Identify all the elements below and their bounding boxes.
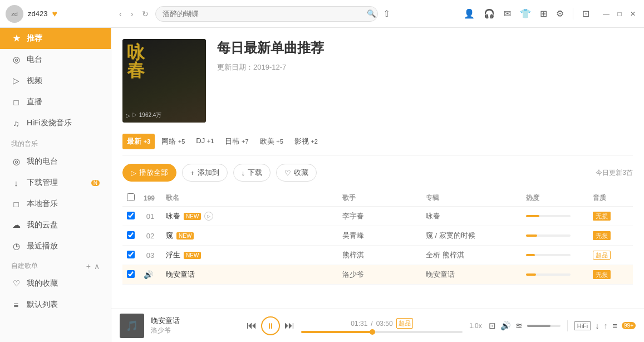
row-checkbox[interactable] bbox=[127, 270, 135, 278]
sidebar-item-label: 我的电台 bbox=[27, 157, 58, 167]
sidebar-item-recent[interactable]: ◷ 最近播放 bbox=[0, 236, 111, 257]
row-checkbox[interactable] bbox=[127, 231, 135, 239]
prev-button[interactable]: ⏮ bbox=[247, 320, 257, 331]
local-icon: □ bbox=[11, 199, 21, 209]
sidebar-item-download[interactable]: ↓ 下载管理 N bbox=[0, 172, 111, 193]
sidebar-item-live[interactable]: □ 直播 bbox=[0, 91, 111, 113]
volume-bar[interactable] bbox=[527, 325, 561, 327]
tab-network[interactable]: 网络 +5 bbox=[157, 134, 189, 149]
song-number: 🔊 bbox=[139, 265, 161, 285]
like-btn[interactable]: ↓ bbox=[595, 321, 599, 330]
tab-jpkr[interactable]: 日韩 +7 bbox=[220, 134, 253, 149]
progress-fill bbox=[301, 331, 372, 333]
song-quality: 无损 bbox=[588, 226, 633, 246]
row-checkbox[interactable] bbox=[127, 212, 135, 219]
add-playlist-button[interactable]: + bbox=[86, 262, 91, 271]
player-thumbnail: 🎵 bbox=[120, 314, 144, 338]
download-badge: N bbox=[91, 180, 100, 186]
song-album: 晚安童话 bbox=[421, 265, 522, 285]
nav-refresh-button[interactable]: ↻ bbox=[140, 7, 151, 21]
pause-button[interactable]: ⏸ bbox=[261, 316, 280, 335]
song-hot bbox=[522, 226, 588, 246]
search-input[interactable] bbox=[155, 6, 378, 22]
row-checkbox[interactable] bbox=[127, 251, 135, 258]
th-quality: 音质 bbox=[588, 190, 633, 207]
window-maximize-button[interactable]: □ bbox=[614, 8, 625, 19]
next-button[interactable]: ⏭ bbox=[284, 320, 294, 331]
sidebar-item-recommend[interactable]: ★ 推荐 bbox=[0, 28, 111, 49]
th-artist: 歌手 bbox=[338, 190, 421, 207]
sidebar-item-label: 最近播放 bbox=[27, 241, 58, 251]
nav-back-button[interactable]: ‹ bbox=[117, 7, 124, 21]
time-sep: / bbox=[371, 320, 372, 328]
table-row: 01咏春NEW▷李宇春咏春无损 bbox=[122, 207, 633, 226]
window-close-button[interactable]: ✕ bbox=[627, 8, 638, 19]
tab-movie[interactable]: 影视 +2 bbox=[290, 134, 322, 149]
tab-dj[interactable]: DJ +1 bbox=[191, 134, 218, 149]
song-album: 窥 / 寂寞的时候 bbox=[421, 226, 522, 246]
sidebar-item-default-list[interactable]: ≡ 默认列表 bbox=[0, 294, 111, 315]
avatar: zd bbox=[6, 5, 23, 23]
collect-button[interactable]: ♡ 收藏 bbox=[276, 164, 317, 182]
tshirt-icon[interactable]: 👕 bbox=[518, 6, 533, 21]
divider2 bbox=[567, 320, 568, 331]
playlist-btn[interactable]: ≡ bbox=[612, 321, 617, 330]
song-name: 浮生NEW bbox=[166, 250, 333, 260]
song-hot bbox=[522, 207, 588, 226]
song-artist: 洛少爷 bbox=[338, 265, 421, 285]
download-button[interactable]: ↓ 下载 bbox=[233, 164, 271, 182]
sidebar-item-cloud[interactable]: ☁ 我的云盘 bbox=[0, 214, 111, 236]
tag-new: NEW bbox=[184, 213, 201, 220]
song-hot bbox=[522, 246, 588, 265]
hot-fill bbox=[526, 273, 536, 276]
nav-forward-button[interactable]: › bbox=[129, 7, 136, 21]
song-name-cell: 咏春NEW▷ bbox=[161, 207, 338, 226]
heart-collect-icon: ♡ bbox=[284, 169, 291, 177]
mini-play-button[interactable]: ▷ bbox=[204, 212, 213, 221]
sidebar-item-video[interactable]: ▷ 视频 bbox=[0, 70, 111, 91]
download-arrow-icon: ↓ bbox=[242, 169, 245, 177]
progress-track[interactable] bbox=[301, 331, 463, 333]
song-name-cell: 窥NEW bbox=[161, 226, 338, 246]
sidebar: ★ 推荐 ◎ 电台 ▷ 视频 □ 直播 ♫ HiFi发烧音乐 我的音乐 ◎ 我的… bbox=[0, 28, 111, 342]
sidebar-item-radio[interactable]: ◎ 电台 bbox=[0, 49, 111, 70]
screen-switch-icon[interactable]: ⊡ bbox=[580, 6, 592, 21]
window-minimize-button[interactable]: — bbox=[601, 8, 612, 19]
select-all-checkbox[interactable] bbox=[127, 193, 135, 201]
settings-icon[interactable]: ⚙ bbox=[554, 6, 566, 21]
collapse-playlist-button[interactable]: ∧ bbox=[94, 262, 100, 271]
eq-btn[interactable]: ≋ bbox=[515, 321, 523, 331]
sidebar-item-hifi[interactable]: ♫ HiFi发烧音乐 bbox=[0, 113, 111, 134]
progress-area: 01:31 / 03:50 超品 bbox=[301, 318, 463, 333]
speed-button[interactable]: 1.0x bbox=[469, 322, 482, 330]
table-header-row: 199 歌名 歌手 专辑 热度 音质 bbox=[122, 190, 633, 207]
volume-btn[interactable]: 🔊 bbox=[500, 321, 511, 331]
song-quality: 无损 bbox=[588, 207, 633, 226]
grid-icon[interactable]: ⊞ bbox=[538, 6, 549, 21]
custom-section-label: 自建歌单 bbox=[11, 261, 38, 271]
search-button[interactable]: 🔍 bbox=[367, 9, 376, 18]
song-artist: 熊梓淇 bbox=[338, 246, 421, 265]
tab-western[interactable]: 欧美 +5 bbox=[255, 134, 288, 149]
song-album: 咏春 bbox=[421, 207, 522, 226]
headphone-icon[interactable]: 🎧 bbox=[481, 6, 497, 21]
sidebar-item-label: 下载管理 bbox=[27, 178, 58, 188]
sidebar-item-favorites[interactable]: ♡ 我的收藏 bbox=[0, 273, 111, 294]
sidebar-item-local[interactable]: □ 本地音乐 bbox=[0, 193, 111, 214]
vip-icon: ♥ bbox=[52, 9, 57, 19]
hifi-btn[interactable]: HiFi bbox=[574, 321, 591, 330]
share-btn[interactable]: ↑ bbox=[604, 321, 608, 330]
add-to-button[interactable]: + 添加到 bbox=[182, 164, 228, 182]
tab-latest[interactable]: 最新 +3 bbox=[122, 134, 155, 149]
song-name: 晚安童话 bbox=[166, 270, 333, 280]
tag-new: NEW bbox=[176, 232, 194, 240]
play-all-button[interactable]: ▷ 播放全部 bbox=[122, 164, 176, 182]
sidebar-item-myradio[interactable]: ◎ 我的电台 bbox=[0, 151, 111, 172]
hero-update: 更新日期：2019-12-7 bbox=[217, 62, 324, 72]
screen-btn[interactable]: ⊡ bbox=[489, 321, 496, 331]
hot-bar bbox=[526, 273, 571, 276]
upload-icon[interactable]: ⇧ bbox=[381, 6, 392, 21]
message-icon[interactable]: ✉ bbox=[502, 6, 513, 21]
song-name: 窥NEW bbox=[166, 231, 333, 241]
user-icon[interactable]: 👤 bbox=[461, 6, 477, 21]
